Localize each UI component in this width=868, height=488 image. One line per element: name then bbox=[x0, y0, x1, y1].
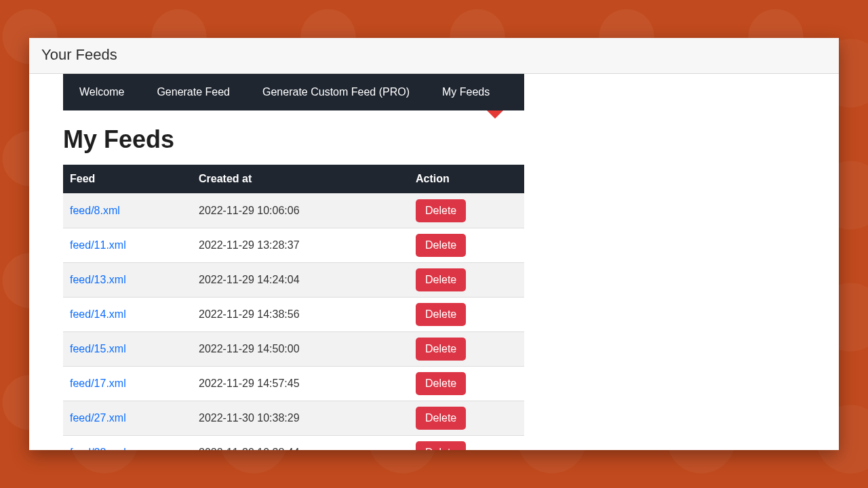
delete-button[interactable]: Delete bbox=[416, 268, 466, 291]
feed-link[interactable]: feed/15.xml bbox=[70, 343, 126, 354]
delete-button[interactable]: Delete bbox=[416, 372, 466, 395]
cell-action: Delete bbox=[409, 436, 524, 451]
cell-feed: feed/17.xml bbox=[63, 367, 192, 401]
nav-welcome[interactable]: Welcome bbox=[63, 74, 140, 110]
feeds-table: Feed Created at Action feed/8.xml2022-11… bbox=[63, 165, 524, 450]
active-tab-caret-icon bbox=[487, 110, 503, 119]
cell-feed: feed/28.xml bbox=[63, 436, 192, 451]
nav-generate-custom-feed[interactable]: Generate Custom Feed (PRO) bbox=[246, 74, 426, 110]
feed-link[interactable]: feed/11.xml bbox=[70, 239, 126, 251]
cell-action: Delete bbox=[409, 298, 524, 332]
cell-action: Delete bbox=[409, 367, 524, 401]
table-row: feed/28.xml2022-11-30 10:38:44Delete bbox=[63, 436, 524, 451]
cell-created-at: 2022-11-29 13:28:37 bbox=[192, 228, 409, 263]
cell-feed: feed/13.xml bbox=[63, 263, 192, 298]
cell-created-at: 2022-11-29 14:24:04 bbox=[192, 263, 409, 298]
cell-created-at: 2022-11-29 14:57:45 bbox=[192, 367, 409, 401]
delete-button[interactable]: Delete bbox=[416, 199, 466, 222]
main-nav: Welcome Generate Feed Generate Custom Fe… bbox=[63, 74, 524, 110]
table-row: feed/8.xml2022-11-29 10:06:06Delete bbox=[63, 194, 524, 228]
cell-created-at: 2022-11-30 10:38:44 bbox=[192, 436, 409, 451]
cell-action: Delete bbox=[409, 332, 524, 367]
feed-link[interactable]: feed/8.xml bbox=[70, 205, 120, 216]
cell-action: Delete bbox=[409, 228, 524, 263]
delete-button[interactable]: Delete bbox=[416, 234, 466, 257]
feed-link[interactable]: feed/27.xml bbox=[70, 412, 126, 424]
delete-button[interactable]: Delete bbox=[416, 441, 466, 450]
col-created-at: Created at bbox=[192, 165, 409, 194]
nav-generate-feed[interactable]: Generate Feed bbox=[140, 74, 246, 110]
cell-feed: feed/27.xml bbox=[63, 401, 192, 436]
card-title: Your Feeds bbox=[41, 46, 117, 63]
card-header: Your Feeds bbox=[29, 38, 839, 74]
col-feed: Feed bbox=[63, 165, 192, 194]
nav-my-feeds[interactable]: My Feeds bbox=[426, 74, 506, 110]
table-row: feed/13.xml2022-11-29 14:24:04Delete bbox=[63, 263, 524, 298]
table-row: feed/27.xml2022-11-30 10:38:29Delete bbox=[63, 401, 524, 436]
table-header-row: Feed Created at Action bbox=[63, 165, 524, 194]
delete-button[interactable]: Delete bbox=[416, 338, 466, 361]
cell-action: Delete bbox=[409, 194, 524, 228]
cell-feed: feed/8.xml bbox=[63, 194, 192, 228]
feed-link[interactable]: feed/28.xml bbox=[70, 447, 126, 450]
table-row: feed/11.xml2022-11-29 13:28:37Delete bbox=[63, 228, 524, 263]
feed-link[interactable]: feed/13.xml bbox=[70, 274, 126, 285]
cell-feed: feed/14.xml bbox=[63, 298, 192, 332]
content-column: Welcome Generate Feed Generate Custom Fe… bbox=[63, 74, 524, 450]
cell-created-at: 2022-11-30 10:38:29 bbox=[192, 401, 409, 436]
cell-feed: feed/11.xml bbox=[63, 228, 192, 263]
cell-created-at: 2022-11-29 14:50:00 bbox=[192, 332, 409, 367]
page-title: My Feeds bbox=[63, 125, 524, 154]
cell-action: Delete bbox=[409, 401, 524, 436]
delete-button[interactable]: Delete bbox=[416, 407, 466, 430]
table-row: feed/17.xml2022-11-29 14:57:45Delete bbox=[63, 367, 524, 401]
cell-action: Delete bbox=[409, 263, 524, 298]
cell-created-at: 2022-11-29 14:38:56 bbox=[192, 298, 409, 332]
feed-link[interactable]: feed/14.xml bbox=[70, 308, 126, 320]
delete-button[interactable]: Delete bbox=[416, 303, 466, 326]
app-card: Your Feeds Welcome Generate Feed Generat… bbox=[29, 38, 839, 450]
table-row: feed/14.xml2022-11-29 14:38:56Delete bbox=[63, 298, 524, 332]
cell-created-at: 2022-11-29 10:06:06 bbox=[192, 194, 409, 228]
card-body: Welcome Generate Feed Generate Custom Fe… bbox=[29, 74, 839, 450]
feed-link[interactable]: feed/17.xml bbox=[70, 378, 126, 389]
table-row: feed/15.xml2022-11-29 14:50:00Delete bbox=[63, 332, 524, 367]
cell-feed: feed/15.xml bbox=[63, 332, 192, 367]
col-action: Action bbox=[409, 165, 524, 194]
